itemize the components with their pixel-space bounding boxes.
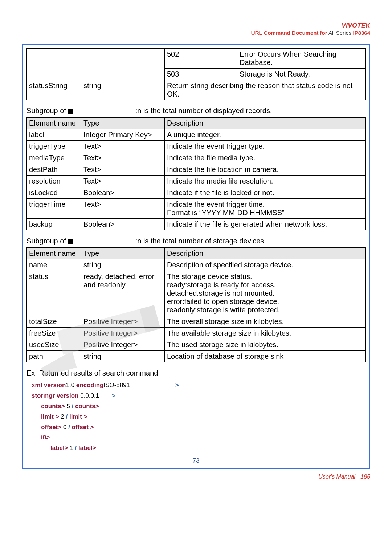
xml-line: stormgr version 0.0.0.1 > [32,391,366,401]
xml-line: counts> 5 / counts> [32,401,366,412]
cell: Integer Primary Key> [81,129,165,141]
cell: Return string describing the reason that… [165,80,366,100]
table-row: triggerTypeText>Indicate the event trigg… [27,141,366,152]
table-row: 502 Error Occurs When Searching Database… [27,49,366,69]
placeholder-icon [68,239,73,244]
cell: Location of database of storage sink [165,351,366,362]
table-row: statusready, detached, error, and readon… [27,271,366,316]
cell: Storage is Not Ready. [237,69,366,80]
cell: Text> [81,164,165,176]
cell: triggerTime [27,199,81,219]
cell: mediaType [27,152,81,164]
xml-line: limit > 2 / limit > [32,412,366,422]
table-row: labelInteger Primary Key>A unique intege… [27,129,366,141]
table-row: destPath Text>Indicate the file location… [27,164,366,176]
cell: string [81,259,165,271]
cell: statusString [27,80,81,100]
cell: totalSize [27,316,81,328]
header-rule [22,38,370,38]
cell: Indicate if the file is locked or not. [165,187,366,199]
cell: string [81,351,165,362]
cell: The used storage size in kilobytes. [165,339,366,351]
xml-line: offset> 0 / offset > [32,422,366,433]
cell: 503 [165,69,237,80]
cell: Text> [81,152,165,164]
cell: status [27,271,81,316]
doc-title-b: All Series [328,30,351,36]
cell: The overall storage size in kilobytes. [165,316,366,328]
col-header: Description [165,248,366,259]
footer-text: User's Manual - 185 [318,473,370,480]
cell: The available storage size in kilobytes. [165,328,366,339]
subgroup-caption-records: Subgroup of :n is the total number of di… [26,107,366,115]
table-row: isLockedBoolean>Indicate if the file is … [27,187,366,199]
cell: triggerType [27,141,81,152]
example-caption: Ex. Returned results of search command [26,369,366,377]
status-table: 502 Error Occurs When Searching Database… [26,48,366,100]
cell: name [27,259,81,271]
cell: destPath [27,164,81,176]
cell: A unique integer. [165,129,366,141]
col-header: Element name [27,248,81,259]
doc-header: VIVOTEK URL Command Document for All Ser… [22,22,370,36]
cell: Text> [81,141,165,152]
cell: Positive Integer> [81,328,165,339]
table-row: statusString string Return string descri… [27,80,366,100]
cell: Positive Integer> [81,339,165,351]
cell: isLocked [27,187,81,199]
cell: Description of specified storage device. [165,259,366,271]
cell: Indicate the media file resolution. [165,176,366,187]
cell: Indicate if the file is generated when n… [165,219,366,230]
xml-line: xml version1.0 encodingISO-8891 > [32,380,366,391]
footer: User's Manual - 185 [22,469,370,480]
cell: Indicate the event trigger time. Format … [165,199,366,219]
table-row: freeSizePositive Integer> The available … [27,328,366,339]
table-row: mediaTypeText>Indicate the file media ty… [27,152,366,164]
xml-line: i0> [32,432,366,443]
table-row: namestringDescription of specified stora… [27,259,366,271]
cell: freeSize [27,328,81,339]
content-frame: 502 Error Occurs When Searching Database… [22,44,370,469]
doc-title: URL Command Document for All Series IP83… [251,30,370,36]
cell: 502 [165,49,237,69]
xml-example: xml version1.0 encodingISO-8891 > stormg… [26,379,366,454]
table-row: totalSizePositive Integer> The overall s… [27,316,366,328]
col-header: Type [81,248,165,259]
col-header: Description [165,118,366,129]
cell: ready, detached, error, and readonly [81,271,165,316]
table-row: triggerTimeText>Indicate the event trigg… [27,199,366,219]
cell: Indicate the file media type. [165,152,366,164]
cell: Error Occurs When Searching Database. [237,49,366,69]
cell: path [27,351,81,362]
cell: The storage device status. ready:storage… [165,271,366,316]
cell: Text> [81,199,165,219]
cell: Boolean> [81,219,165,230]
subgroup-caption-storage: Subgroup of :n is the total number of st… [26,237,366,245]
cell: Text> [81,176,165,187]
cell: usedSize [27,339,81,351]
table-row: resolutionText>Indicate the media file r… [27,176,366,187]
cell: Indicate the file location in camera. [165,164,366,176]
cell: Positive Integer> [81,316,165,328]
col-header: Element name [27,118,81,129]
caption-text: Subgroup of [26,237,68,245]
inner-page-number: 73 [26,457,366,464]
records-table: Element name Type Description labelInteg… [26,117,366,230]
storage-table: Element name Type Description namestring… [26,247,366,362]
cell: backup [27,219,81,230]
col-header: Type [81,118,165,129]
placeholder-icon [68,109,73,114]
table-header-row: Element name Type Description [27,118,366,129]
caption-text: :n is the total number of storage device… [135,237,266,245]
cell: label [27,129,81,141]
cell: Indicate the event trigger type. [165,141,366,152]
cell: Boolean> [81,187,165,199]
table-row: backupBoolean>Indicate if the file is ge… [27,219,366,230]
doc-title-a: URL Command Document for [251,30,327,36]
doc-title-c: IP8364 [353,30,370,36]
caption-text: :n is the total number of displayed reco… [135,107,272,115]
table-row: usedSizePositive Integer> The used stora… [27,339,366,351]
table-header-row: Element name Type Description [27,248,366,259]
brand: VIVOTEK [342,22,370,29]
xml-line: label> 1 / label> [32,443,366,454]
